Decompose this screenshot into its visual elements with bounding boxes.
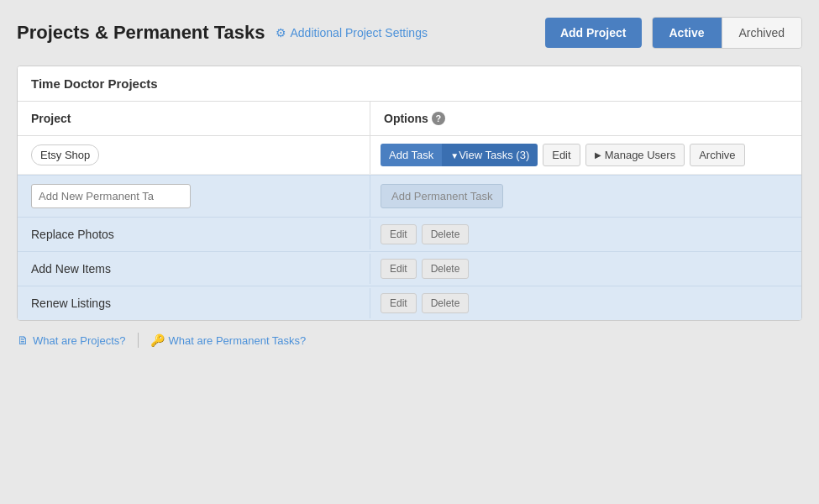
tab-archived[interactable]: Archived xyxy=(722,18,801,48)
task-edit-button[interactable]: Edit xyxy=(381,224,417,244)
page-title: Projects & Permanent Tasks xyxy=(17,22,265,44)
add-task-input-cell xyxy=(18,176,370,217)
tab-group: Active Archived xyxy=(652,17,803,49)
task-name: Replace Photos xyxy=(18,219,370,249)
table-row: Renew Listings Edit Delete xyxy=(18,286,801,320)
play-icon: ▶ xyxy=(595,150,601,160)
footer-divider xyxy=(138,333,139,348)
add-project-button[interactable]: Add Project xyxy=(545,18,642,48)
table-row: Replace Photos Edit Delete xyxy=(18,218,801,252)
add-task-button[interactable]: Add Task xyxy=(381,144,442,166)
manage-users-button[interactable]: ▶ Manage Users xyxy=(585,144,685,166)
add-task-btn-cell: Add Permanent Task xyxy=(370,176,801,217)
main-card: Time Doctor Projects Project Options ? E… xyxy=(17,66,802,321)
task-options: Edit Delete xyxy=(370,286,801,320)
section-title: Time Doctor Projects xyxy=(31,76,158,91)
col-options-header: Options ? xyxy=(370,102,801,135)
project-row: Etsy Shop Add Task ▼ View Tasks (3) Edit… xyxy=(18,136,801,175)
task-delete-button[interactable]: Delete xyxy=(422,259,470,279)
project-badge[interactable]: Etsy Shop xyxy=(31,144,99,165)
add-permanent-task-button[interactable]: Add Permanent Task xyxy=(381,184,503,208)
key-icon: 🔑 xyxy=(150,333,165,347)
add-new-permanent-task-input[interactable] xyxy=(31,184,191,208)
table-header: Project Options ? xyxy=(18,102,801,136)
settings-link[interactable]: ⚙ Additional Project Settings xyxy=(276,26,428,39)
project-name-cell: Etsy Shop xyxy=(18,136,370,174)
task-edit-button[interactable]: Edit xyxy=(381,259,417,279)
task-edit-button[interactable]: Edit xyxy=(381,293,417,313)
table-row: Add New Items Edit Delete xyxy=(18,252,801,286)
archive-button[interactable]: Archive xyxy=(690,144,744,166)
task-name: Add New Items xyxy=(18,254,370,284)
what-are-permanent-tasks-link[interactable]: 🔑 What are Permanent Tasks? xyxy=(150,333,318,347)
col-project-header: Project xyxy=(18,102,370,135)
tab-active[interactable]: Active xyxy=(653,18,722,48)
task-delete-button[interactable]: Delete xyxy=(422,293,470,313)
dropdown-arrow-icon: ▼ xyxy=(450,151,459,160)
add-task-row: Add Permanent Task xyxy=(18,176,801,218)
document-icon: 🗎 xyxy=(17,333,29,347)
tasks-section: Add Permanent Task Replace Photos Edit D… xyxy=(18,175,801,320)
footer: 🗎 What are Projects? 🔑 What are Permanen… xyxy=(17,333,802,348)
project-edit-button[interactable]: Edit xyxy=(543,144,580,166)
gear-icon: ⚙ xyxy=(276,26,286,39)
help-icon[interactable]: ? xyxy=(432,112,445,125)
what-are-projects-link[interactable]: 🗎 What are Projects? xyxy=(17,333,138,347)
add-view-task-group: Add Task ▼ View Tasks (3) xyxy=(381,144,538,166)
card-header: Time Doctor Projects xyxy=(18,66,801,102)
view-tasks-button[interactable]: ▼ View Tasks (3) xyxy=(442,144,538,166)
task-delete-button[interactable]: Delete xyxy=(422,224,470,244)
task-options: Edit Delete xyxy=(370,218,801,251)
project-options-cell: Add Task ▼ View Tasks (3) Edit ▶ Manage … xyxy=(370,137,801,173)
task-name: Renew Listings xyxy=(18,288,370,318)
task-options: Edit Delete xyxy=(370,252,801,286)
